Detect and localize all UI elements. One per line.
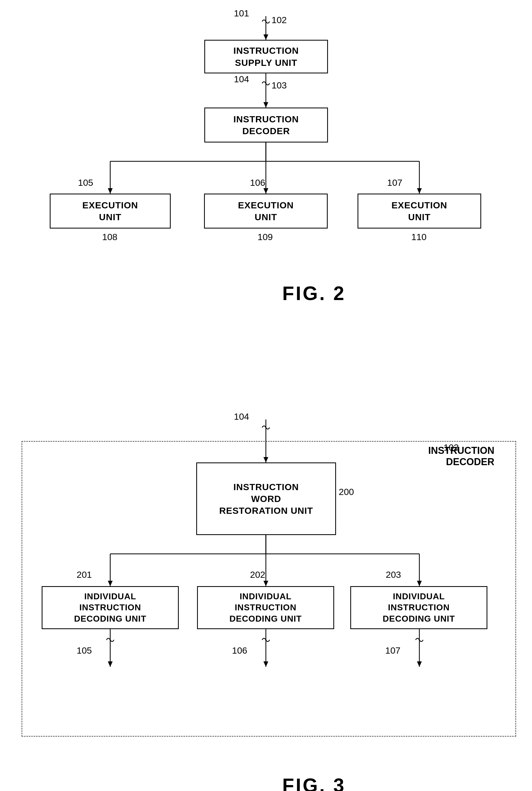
fig3-title: FIG. 3: [282, 774, 346, 791]
svg-marker-12: [417, 188, 422, 193]
fig3-diagram: INSTRUCTIONDECODER: [0, 403, 532, 791]
label-201: 201: [77, 569, 92, 580]
label-110: 110: [411, 232, 426, 242]
exec-unit-1-box: EXECUTION UNIT: [50, 193, 171, 228]
label-104: 104: [234, 74, 249, 84]
fig2-title: FIG. 2: [282, 282, 346, 304]
fig2-diagram: 101 102 INSTRUCTION SUPPLY UNIT 104 103 …: [0, 0, 532, 382]
label-105: 105: [78, 177, 93, 188]
ind-decode-unit-2: INDIVIDUAL INSTRUCTION DECODING UNIT: [197, 586, 334, 629]
supply-unit-box: INSTRUCTION SUPPLY UNIT: [204, 40, 328, 73]
label-103-fig3: 103: [443, 442, 459, 453]
label-108: 108: [102, 232, 117, 242]
exec-unit-3-box: EXECUTION UNIT: [358, 193, 481, 228]
label-109: 109: [258, 232, 273, 242]
label-107-fig3: 107: [385, 645, 401, 656]
label-102-fig2: 102: [271, 15, 287, 25]
label-105-fig3: 105: [77, 645, 92, 656]
label-106: 106: [250, 177, 265, 188]
svg-marker-3: [263, 102, 268, 108]
svg-marker-9: [263, 188, 268, 193]
label-203: 203: [386, 569, 401, 580]
label-104-fig3: 104: [234, 411, 249, 422]
decoder-box-fig2: INSTRUCTION DECODER: [204, 108, 328, 143]
restoration-unit-box: INSTRUCTION WORD RESTORATION UNIT: [196, 463, 336, 535]
label-202: 202: [250, 569, 265, 580]
exec-unit-2-box: EXECUTION UNIT: [204, 193, 328, 228]
ind-decode-unit-3: INDIVIDUAL INSTRUCTION DECODING UNIT: [350, 586, 487, 629]
label-200: 200: [339, 487, 354, 497]
svg-marker-7: [108, 188, 113, 193]
label-103: 103: [271, 80, 287, 91]
svg-marker-1: [263, 34, 268, 40]
label-101: 101: [234, 8, 249, 19]
decoder-label-fig3: INSTRUCTIONDECODER: [428, 445, 494, 468]
label-106-fig3: 106: [232, 645, 247, 656]
ind-decode-unit-1: INDIVIDUAL INSTRUCTION DECODING UNIT: [42, 586, 179, 629]
label-107: 107: [387, 177, 402, 188]
